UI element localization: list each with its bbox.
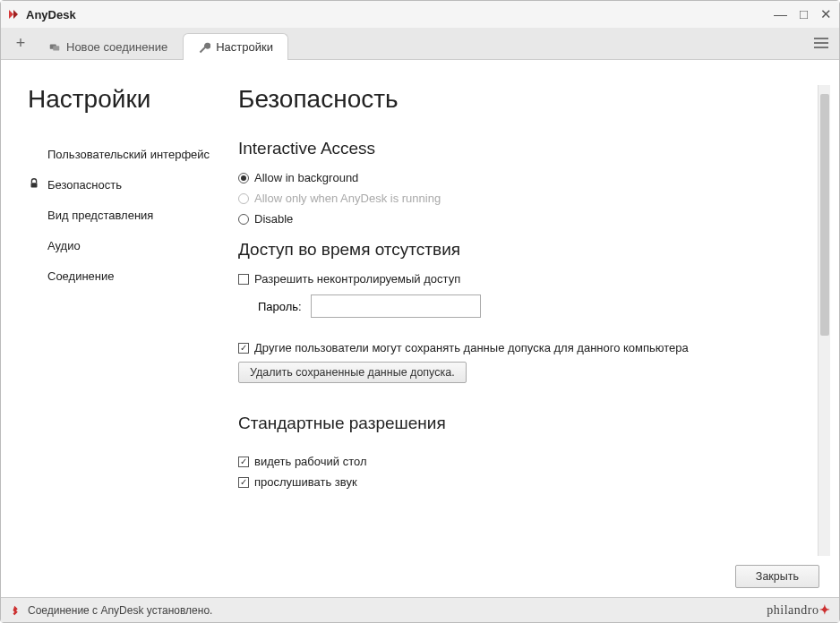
app-logo-icon — [6, 7, 21, 21]
checkbox-label: Другие пользователи могут сохранять данн… — [254, 341, 689, 354]
sidebar-item-connection[interactable]: Соединение — [28, 260, 211, 291]
radio-allow-running: Allow only when AnyDesk is running — [238, 192, 809, 205]
checkbox-others-store-credentials[interactable]: ✓ Другие пользователи могут сохранять да… — [238, 341, 809, 354]
section-unattended-access: Доступ во время отсутствия — [238, 240, 809, 260]
sidebar-heading: Настройки — [28, 85, 211, 114]
password-field-row: Пароль: — [258, 294, 809, 318]
svg-marker-0 — [9, 10, 13, 19]
sidebar-item-label: Аудио — [47, 239, 81, 252]
lock-icon — [28, 177, 47, 192]
window-controls: — □ ✕ — [772, 6, 834, 22]
section-default-permissions: Стандартные разрешения — [238, 414, 809, 433]
radio-icon — [238, 173, 249, 183]
sidebar-item-label: Пользовательский интерфейс — [47, 148, 210, 161]
tab-label: Новое соединение — [66, 40, 167, 54]
radio-icon — [238, 193, 249, 204]
app-window: AnyDesk — □ ✕ + Новое соединение Настрой… — [0, 0, 840, 623]
checkbox-allow-unattended[interactable]: Разрешить неконтролируемый доступ — [238, 272, 809, 286]
settings-main-panel: Безопасность Interactive Access Allow in… — [211, 60, 839, 556]
page-title: Безопасность — [238, 85, 809, 114]
status-text: Соединение с AnyDesk установлено. — [28, 604, 212, 617]
close-button[interactable]: Закрыть — [735, 565, 819, 588]
checkbox-icon: ✓ — [238, 457, 249, 467]
checkbox-hear-audio[interactable]: ✓ прослушивать звук — [238, 475, 809, 489]
tab-settings[interactable]: Настройки — [183, 33, 288, 60]
wrench-icon — [198, 41, 210, 54]
radio-allow-background[interactable]: Allow in background — [238, 171, 809, 184]
password-label: Пароль: — [258, 300, 302, 313]
scrollbar-thumb[interactable] — [820, 94, 829, 336]
checkbox-icon: ✓ — [238, 343, 249, 354]
titlebar: AnyDesk — □ ✕ — [1, 1, 839, 28]
sidebar-item-label: Вид представления — [47, 209, 153, 222]
radio-disable[interactable]: Disable — [238, 212, 809, 226]
close-window-button[interactable]: ✕ — [819, 6, 834, 22]
dialog-footer: Закрыть — [1, 556, 839, 597]
menu-button[interactable] — [810, 32, 832, 54]
radio-label: Allow only when AnyDesk is running — [254, 192, 441, 205]
sidebar-item-label: Безопасность — [47, 178, 122, 192]
plug-icon — [10, 604, 22, 617]
checkbox-icon: ✓ — [238, 477, 249, 488]
svg-rect-4 — [31, 183, 38, 187]
sidebar-item-security[interactable]: Безопасность — [28, 169, 211, 200]
status-bar: Соединение с AnyDesk установлено. philan… — [1, 597, 839, 622]
radio-label: Disable — [254, 212, 293, 226]
scrollbar[interactable] — [818, 85, 830, 556]
tab-new-connection[interactable]: Новое соединение — [33, 33, 183, 60]
sidebar-item-audio[interactable]: Аудио — [28, 230, 211, 260]
checkbox-label: прослушивать звук — [254, 475, 357, 489]
password-input[interactable] — [311, 294, 481, 318]
new-tab-button[interactable]: + — [8, 30, 33, 55]
tab-bar: + Новое соединение Настройки — [1, 28, 839, 60]
connection-icon — [48, 41, 61, 54]
window-title: AnyDesk — [26, 8, 772, 21]
sidebar-item-label: Соединение — [47, 269, 115, 283]
checkbox-icon — [238, 274, 249, 285]
minimize-button[interactable]: — — [772, 6, 789, 22]
clear-credentials-button[interactable]: Удалить сохраненные данные допуска. — [238, 362, 467, 383]
brand-label: philandro✦ — [767, 602, 830, 618]
settings-sidebar: Настройки Пользовательский интерфейс Без… — [1, 60, 211, 556]
radio-icon — [238, 214, 249, 225]
section-interactive-access: Interactive Access — [238, 139, 809, 158]
checkbox-view-screen[interactable]: ✓ видеть рабочий стол — [238, 455, 809, 468]
checkbox-label: Разрешить неконтролируемый доступ — [254, 272, 460, 286]
checkbox-label: видеть рабочий стол — [254, 455, 367, 468]
content-area: Настройки Пользовательский интерфейс Без… — [1, 60, 839, 556]
sidebar-item-ui[interactable]: Пользовательский интерфейс — [28, 139, 211, 169]
tab-label: Настройки — [216, 40, 273, 54]
maximize-button[interactable]: □ — [798, 6, 810, 22]
svg-marker-1 — [13, 10, 18, 19]
svg-rect-3 — [53, 46, 59, 50]
sidebar-item-display[interactable]: Вид представления — [28, 200, 211, 230]
radio-label: Allow in background — [254, 171, 358, 184]
